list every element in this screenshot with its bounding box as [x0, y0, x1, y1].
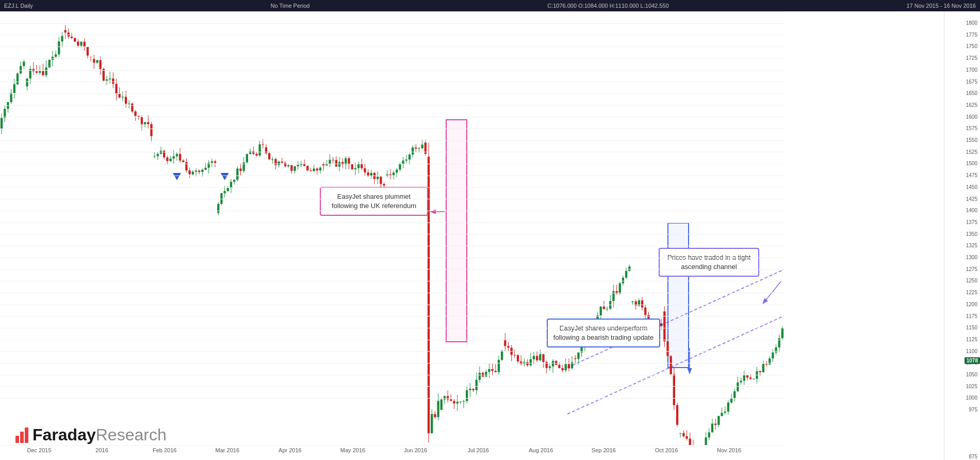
price-label-1225: 1225	[966, 290, 977, 295]
timeperiod-info: No Time Period	[271, 3, 310, 9]
grid-line	[0, 363, 784, 363]
price-label-1175: 1175	[966, 313, 977, 319]
price-label-1125: 1125	[966, 336, 977, 342]
x-label: Jun 2016	[404, 447, 427, 453]
grid-line	[0, 70, 784, 71]
price-label-1400: 1400	[966, 208, 977, 213]
logo-brand: Faraday	[32, 425, 96, 444]
grid-line	[0, 211, 784, 211]
price-label-975: 975	[969, 407, 977, 413]
price-axis: 1800177517501725170016751650162516001575…	[944, 11, 980, 460]
grid-line	[0, 152, 784, 152]
price-label-1300: 1300	[966, 255, 977, 260]
candlestick-chart	[0, 11, 784, 445]
price-label-1650: 1650	[966, 90, 977, 96]
chart-area: Dec 20152016Feb 2016Mar 2016Apr 2016May …	[0, 11, 784, 460]
price-label-1325: 1325	[966, 243, 977, 248]
grid-line	[0, 117, 784, 117]
x-axis: Dec 20152016Feb 2016Mar 2016Apr 2016May …	[0, 447, 784, 457]
x-label: Dec 2015	[27, 447, 51, 453]
logo-bar-1	[15, 436, 19, 443]
annotation-bearish-text: EasyJet shares underperform following a …	[553, 324, 654, 341]
x-label: Oct 2016	[655, 447, 678, 453]
grid-line	[0, 293, 784, 293]
x-label: Sep 2016	[592, 447, 616, 453]
annotation-channel: Prices have traded in a tight ascending …	[659, 248, 759, 277]
price-label-875: 875	[969, 454, 977, 459]
grid-line	[0, 281, 784, 281]
x-label: Jul 2016	[467, 447, 489, 453]
grid-line	[0, 164, 784, 164]
price-label-1700: 1700	[966, 67, 977, 72]
logo-bar-3	[25, 427, 28, 443]
price-label-1375: 1375	[966, 219, 977, 225]
x-label: Apr 2016	[279, 447, 302, 453]
annotation-referendum: EasyJet shares plummet following the UK …	[320, 187, 428, 216]
grid-line	[0, 398, 784, 399]
date-range-info: 17 Nov 2015 - 16 Nov 2016	[906, 3, 976, 9]
price-label-1350: 1350	[966, 231, 977, 236]
chart-container: EZJ.L Daily No Time Period C:1076.000 O:…	[0, 0, 980, 460]
grid-line	[0, 140, 784, 141]
logo-icon	[15, 427, 28, 443]
price-label-1675: 1675	[966, 78, 977, 84]
grid-line	[0, 105, 784, 106]
price-label-1250: 1250	[966, 278, 977, 283]
grid-line	[0, 340, 784, 340]
price-label-1000: 1000	[966, 395, 977, 401]
grid-line	[0, 258, 784, 258]
price-label-1100: 1100	[966, 348, 977, 354]
price-label-1200: 1200	[966, 301, 977, 307]
price-label-1800: 1800	[966, 20, 977, 26]
grid-line	[0, 93, 784, 94]
grid-line	[0, 35, 784, 35]
grid-line	[0, 187, 784, 188]
top-bar: EZJ.L Daily No Time Period C:1076.000 O:…	[0, 0, 980, 11]
grid-line	[0, 316, 784, 316]
grid-line	[0, 234, 784, 234]
x-label: Nov 2016	[717, 447, 741, 453]
grid-line	[0, 269, 784, 269]
price-label-1150: 1150	[966, 325, 977, 330]
price-label-1525: 1525	[966, 149, 977, 154]
price-label-1025: 1025	[966, 383, 977, 389]
price-label-1475: 1475	[966, 172, 977, 178]
x-label: 2016	[95, 447, 108, 453]
price-label-1575: 1575	[966, 125, 977, 131]
grid-line	[0, 445, 784, 446]
grid-line	[0, 82, 784, 82]
grid-line	[0, 199, 784, 199]
price-label-1450: 1450	[966, 184, 977, 189]
price-label-1600: 1600	[966, 114, 977, 119]
price-label-1725: 1725	[966, 55, 977, 61]
grid-line	[0, 223, 784, 223]
price-label-1275: 1275	[966, 266, 977, 272]
grid-line	[0, 11, 784, 12]
price-label-1750: 1750	[966, 43, 977, 49]
annotation-bearish: EasyJet shares underperform following a …	[547, 319, 660, 347]
price-label-1500: 1500	[966, 161, 977, 166]
annotation-channel-text: Prices have traded in a tight ascending …	[667, 253, 750, 271]
grid-line	[0, 176, 784, 176]
grid-line	[0, 129, 784, 129]
grid-line	[0, 328, 784, 328]
grid-line	[0, 305, 784, 305]
x-label: May 2016	[340, 447, 365, 453]
grid-line	[0, 351, 784, 352]
grid-line	[0, 246, 784, 246]
grid-line	[0, 46, 784, 47]
annotation-referendum-text: EasyJet shares plummet following the UK …	[332, 193, 416, 210]
x-label: Feb 2016	[153, 447, 176, 453]
price-label-1050: 1050	[966, 372, 977, 377]
x-label: Mar 2016	[216, 447, 239, 453]
logo-text: FaradayResearch	[32, 425, 167, 445]
grid-line	[0, 386, 784, 387]
logo: FaradayResearch	[15, 425, 167, 445]
ohlc-info: C:1076.000 O:1084.000 H:1110.000 L:1042.…	[547, 3, 668, 9]
x-label: Aug 2016	[529, 447, 553, 453]
price-label-1425: 1425	[966, 196, 977, 201]
price-label-1550: 1550	[966, 137, 977, 143]
current-price-badge: 1078	[965, 357, 980, 364]
symbol-info: EZJ.L Daily	[4, 3, 33, 9]
grid-line	[0, 23, 784, 24]
